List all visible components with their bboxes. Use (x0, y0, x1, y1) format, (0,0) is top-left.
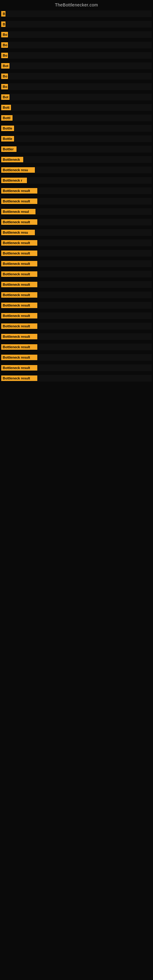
bar-label: Bottleneck resu (1, 167, 35, 173)
bar-row: Bott (0, 102, 153, 113)
bar-row: Bottleneck result (0, 321, 153, 331)
bar-track (38, 375, 152, 382)
bar-label: Bottleneck result (1, 199, 37, 204)
bar-label: B (1, 11, 5, 16)
bar-label: Bottleneck r (1, 178, 27, 183)
bar-row: Bottleneck result (0, 248, 153, 258)
bar-label: Bo (1, 73, 8, 79)
bar-row: Bottleneck resu (0, 165, 153, 175)
bar-row: Bottleneck result (0, 342, 153, 352)
bar-label: Bo (1, 84, 8, 89)
bar-track (9, 31, 152, 38)
bar-row: Bot (0, 92, 153, 102)
bar-track (38, 250, 152, 257)
bar-track (38, 281, 152, 288)
bar-label: Bottleneck result (1, 292, 37, 298)
bar-label: Bottleneck (1, 157, 23, 162)
bar-track (9, 73, 152, 80)
bar-label: Bottleneck result (1, 261, 37, 266)
bar-label: Bottleneck result (1, 271, 37, 277)
bar-row: Bottleneck result (0, 352, 153, 363)
site-title: TheBottlenecker.com (0, 0, 153, 9)
bar-label: Bottl (1, 115, 13, 121)
bar-track (13, 115, 152, 121)
bar-label: Bottleneck result (1, 188, 37, 194)
bar-row: Bottleneck result (0, 269, 153, 279)
bar-label: Bottleneck result (1, 219, 37, 225)
bar-track (38, 312, 152, 319)
bar-label: Bottleneck result (1, 323, 37, 329)
bar-label: Bottleneck result (1, 250, 37, 256)
bar-label: Bottleneck result (1, 313, 37, 318)
bar-track (9, 52, 152, 59)
bar-row: Bottle (0, 134, 153, 144)
bar-track (38, 188, 152, 194)
bar-label: Bott (1, 105, 11, 110)
bar-row: Bottleneck result (0, 238, 153, 248)
bar-track (38, 219, 152, 225)
bar-row: Bo (0, 71, 153, 81)
bar-row: Bottler (0, 144, 153, 154)
bar-row: Bot (0, 60, 153, 71)
bar-row: Bo (0, 81, 153, 92)
bar-row: Bottleneck result (0, 331, 153, 342)
bar-label: Bot (1, 94, 10, 100)
bar-row: Bottleneck result (0, 363, 153, 373)
bar-label: Bo (1, 32, 8, 37)
bar-label: Bottle (1, 136, 14, 142)
bar-row: Bottleneck (0, 154, 153, 165)
bar-track (38, 291, 152, 298)
bar-row: Bottl (0, 113, 153, 123)
bar-row: Bottleneck result (0, 196, 153, 207)
bar-row: Bo (0, 29, 153, 40)
bar-row: Bo (0, 50, 153, 60)
bar-label: Bottleneck resu (1, 230, 35, 235)
bar-row: Bottleneck resu (0, 227, 153, 238)
bar-track (15, 125, 152, 132)
bar-label: Bottleneck result (1, 302, 37, 308)
bar-label: Bo (1, 52, 8, 58)
bar-row: Bottleneck result (0, 310, 153, 321)
bar-row: Bottleneck result (0, 373, 153, 383)
bar-row: Bottleneck r (0, 175, 153, 186)
bar-track (38, 302, 152, 309)
bar-label: Bottleneck result (1, 240, 37, 246)
bar-track (10, 62, 152, 69)
bar-label: Bottleneck result (1, 365, 37, 371)
bar-label: Bot (1, 63, 10, 68)
bar-track (38, 271, 152, 277)
bar-track (17, 146, 152, 153)
bar-track (36, 208, 152, 215)
bar-row: Bottle (0, 123, 153, 134)
bar-row: Bottleneck resul (0, 207, 153, 217)
bar-row: B (0, 9, 153, 19)
bar-track (9, 41, 152, 48)
bar-row: Bo (0, 40, 153, 50)
bar-label: Bottle (1, 126, 14, 131)
bar-track (38, 333, 152, 340)
bar-label: Bo (1, 42, 8, 48)
bar-label: Bottleneck result (1, 375, 37, 381)
bar-track (35, 229, 152, 236)
bar-track (35, 167, 152, 173)
bar-row: Bottleneck result (0, 186, 153, 196)
bar-track (38, 354, 152, 361)
bars-container: BBBoBoBoBotBoBoBotBottBottlBottleBottleB… (0, 9, 153, 383)
bar-label: Bottleneck result (1, 344, 37, 350)
bar-track (6, 21, 152, 27)
bar-track (12, 104, 152, 111)
bar-row: Bottleneck result (0, 258, 153, 269)
bar-track (38, 344, 152, 350)
bar-row: B (0, 19, 153, 29)
bar-row: Bottleneck result (0, 290, 153, 300)
bar-track (38, 240, 152, 246)
bar-row: Bottleneck result (0, 279, 153, 290)
bar-label: Bottleneck result (1, 282, 37, 287)
bar-label: Bottleneck result (1, 355, 37, 360)
bar-track (38, 198, 152, 205)
bar-label: Bottleneck resul (1, 209, 35, 215)
bar-track (6, 10, 152, 17)
bar-track (38, 323, 152, 329)
bar-row: Bottleneck result (0, 300, 153, 310)
bar-track (10, 94, 152, 100)
